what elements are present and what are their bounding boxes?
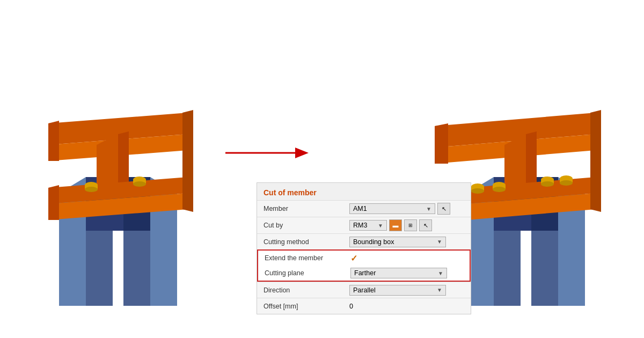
cutting-plane-row: Cutting plane Farther ▼ [257, 266, 471, 282]
direction-arrow [225, 145, 311, 161]
cut-by-value: RM3 ▼ ▬ ⊞ ↖ [349, 219, 464, 231]
direction-row: Direction Parallel ▼ [257, 282, 471, 298]
offset-text: 0 [349, 303, 353, 310]
cutting-method-label: Cutting method [264, 238, 349, 246]
cutting-method-select-arrow: ▼ [437, 239, 442, 245]
member-select-value: AM1 [353, 205, 367, 212]
svg-marker-17 [182, 110, 193, 212]
cut-of-member-panel: Cut of member Member AM1 ▼ ↖ Cut by RM3 … [257, 182, 471, 314]
cut-by-select[interactable]: RM3 ▼ [349, 220, 387, 231]
member-select[interactable]: AM1 ▼ [349, 203, 435, 214]
svg-marker-25 [295, 148, 309, 158]
cutting-plane-value: Farther ▼ [350, 268, 463, 278]
member-row: Member AM1 ▼ ↖ [257, 200, 471, 217]
extend-member-label: Extend the member [265, 254, 350, 262]
cutting-method-value: Bounding box ▼ [349, 237, 464, 247]
svg-marker-11 [48, 121, 59, 161]
cutting-plane-select[interactable]: Farther ▼ [350, 268, 447, 278]
svg-point-55 [560, 180, 573, 186]
cutting-method-select-value: Bounding box [353, 238, 394, 246]
cut-by-label: Cut by [264, 222, 349, 229]
direction-select-value: Parallel [353, 286, 376, 294]
extend-member-row: Extend the member ✓ [257, 249, 471, 266]
member-select-arrow: ▼ [426, 206, 431, 212]
direction-select-arrow: ▼ [437, 287, 442, 293]
extend-member-checkmark: ✓ [350, 253, 357, 263]
offset-label: Offset [mm] [264, 303, 349, 310]
svg-marker-37 [435, 123, 448, 164]
svg-point-23 [133, 181, 146, 187]
extend-member-value: ✓ [350, 253, 463, 263]
cutting-plane-select-arrow: ▼ [438, 270, 443, 276]
cut-by-orange-icon[interactable]: ▬ [389, 219, 402, 231]
member-cursor-icon[interactable]: ↖ [437, 203, 450, 215]
cutting-plane-select-value: Farther [354, 269, 376, 277]
cutting-method-row: Cutting method Bounding box ▼ [257, 233, 471, 249]
cutting-method-select[interactable]: Bounding box ▼ [349, 237, 446, 247]
cut-by-row: Cut by RM3 ▼ ▬ ⊞ ↖ [257, 217, 471, 233]
svg-point-49 [493, 187, 506, 192]
svg-marker-43 [590, 110, 601, 212]
panel-title: Cut of member [257, 183, 471, 200]
cut-by-cursor-icon[interactable]: ↖ [419, 219, 432, 231]
svg-point-20 [85, 187, 98, 192]
arrow-container [225, 142, 311, 164]
cut-by-select-value: RM3 [353, 222, 367, 229]
svg-marker-16 [48, 185, 59, 220]
member-value: AM1 ▼ ↖ [349, 203, 464, 215]
cut-by-select-arrow: ▼ [378, 223, 383, 229]
direction-value: Parallel ▼ [349, 285, 464, 296]
cut-by-grid-icon[interactable]: ⊞ [404, 219, 417, 231]
direction-select[interactable]: Parallel ▼ [349, 285, 446, 296]
svg-point-52 [541, 181, 554, 187]
direction-label: Direction [264, 286, 349, 294]
member-label: Member [264, 205, 349, 212]
svg-point-46 [471, 188, 484, 194]
offset-row: Offset [mm] 0 [257, 298, 471, 314]
offset-value: 0 [349, 303, 464, 310]
cutting-plane-label: Cutting plane [265, 269, 350, 277]
left-beam [16, 27, 220, 306]
